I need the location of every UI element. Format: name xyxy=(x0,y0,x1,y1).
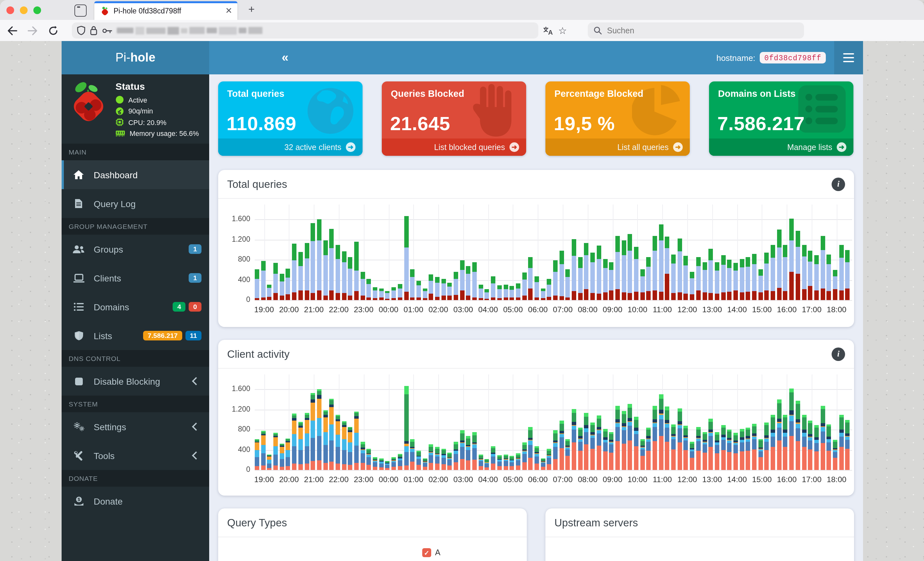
bar[interactable] xyxy=(566,439,570,470)
bookmark-star-icon[interactable]: ☆ xyxy=(558,25,567,35)
bar[interactable] xyxy=(330,398,334,470)
bar[interactable] xyxy=(273,263,278,301)
bar[interactable] xyxy=(441,278,446,301)
bar[interactable] xyxy=(317,219,321,301)
bar[interactable] xyxy=(597,416,601,470)
bar[interactable] xyxy=(702,262,707,301)
bar[interactable] xyxy=(820,236,825,301)
bar[interactable] xyxy=(777,399,782,470)
bar[interactable] xyxy=(771,415,775,470)
bar[interactable] xyxy=(721,256,725,301)
bar[interactable] xyxy=(783,245,788,301)
app-menu-icon[interactable] xyxy=(834,41,863,74)
browser-tab[interactable]: Pi-hole 0fd38cd798ff ✕ xyxy=(94,1,237,20)
bar[interactable] xyxy=(814,256,819,301)
bar[interactable] xyxy=(820,406,825,470)
bar[interactable] xyxy=(708,419,713,470)
tab-close-icon[interactable]: ✕ xyxy=(225,6,232,15)
bar[interactable] xyxy=(261,261,266,301)
info-icon[interactable]: i xyxy=(832,177,845,191)
bar[interactable] xyxy=(323,240,328,300)
bar[interactable] xyxy=(833,270,837,300)
bar[interactable] xyxy=(728,429,732,470)
bar[interactable] xyxy=(392,457,396,470)
bar[interactable] xyxy=(336,245,340,301)
bar[interactable] xyxy=(491,277,495,301)
bar[interactable] xyxy=(652,405,657,470)
search-bar[interactable] xyxy=(588,22,804,39)
bar[interactable] xyxy=(646,257,651,301)
bar[interactable] xyxy=(417,450,421,470)
sidebar-item-clients[interactable]: Clients1 xyxy=(62,263,209,292)
bar[interactable] xyxy=(547,449,552,470)
bar[interactable] xyxy=(572,239,576,301)
query-type-legend-item[interactable]: ✓ A xyxy=(422,548,441,557)
bar[interactable] xyxy=(814,425,819,470)
bar[interactable] xyxy=(578,257,583,301)
bar[interactable] xyxy=(796,230,800,300)
bar[interactable] xyxy=(435,277,440,300)
bar[interactable] xyxy=(584,413,589,470)
bar[interactable] xyxy=(541,288,545,301)
bar[interactable] xyxy=(566,269,570,301)
close-window-button[interactable] xyxy=(6,6,14,14)
bar[interactable] xyxy=(448,283,452,301)
bar[interactable] xyxy=(839,245,843,301)
bar[interactable] xyxy=(827,425,831,470)
bar[interactable] xyxy=(665,236,670,300)
bar[interactable] xyxy=(522,272,526,301)
bar[interactable] xyxy=(503,285,508,301)
new-tab-button[interactable]: + xyxy=(244,3,259,16)
bar[interactable] xyxy=(298,252,303,301)
bar[interactable] xyxy=(559,251,564,300)
sidebar-item-lists[interactable]: Lists7.586.21711 xyxy=(62,321,209,350)
bar[interactable] xyxy=(354,411,359,470)
bar[interactable] xyxy=(398,284,402,300)
bar[interactable] xyxy=(516,284,520,301)
bar[interactable] xyxy=(771,245,775,301)
bar[interactable] xyxy=(429,444,434,470)
bar[interactable] xyxy=(802,415,806,470)
bar[interactable] xyxy=(808,421,812,470)
zoom-window-button[interactable] xyxy=(33,6,41,14)
bar[interactable] xyxy=(342,421,346,470)
bar[interactable] xyxy=(267,455,272,470)
bar[interactable] xyxy=(802,245,806,301)
bar[interactable] xyxy=(485,289,489,301)
bar[interactable] xyxy=(678,238,682,301)
bar[interactable] xyxy=(640,269,645,301)
bar[interactable] xyxy=(734,263,738,301)
sidebar-item-groups[interactable]: Groups1 xyxy=(62,235,209,263)
bar[interactable] xyxy=(572,409,576,470)
bar[interactable] xyxy=(845,250,850,300)
bar[interactable] xyxy=(360,442,365,470)
bar[interactable] xyxy=(304,413,309,470)
bar[interactable] xyxy=(348,257,352,300)
bar[interactable] xyxy=(404,216,408,301)
bar[interactable] xyxy=(454,272,458,301)
key-icon[interactable] xyxy=(102,27,112,34)
info-icon[interactable]: i xyxy=(832,347,845,361)
bar[interactable] xyxy=(292,414,297,470)
bar[interactable] xyxy=(590,422,595,470)
bar[interactable] xyxy=(740,259,744,301)
bar[interactable] xyxy=(684,256,688,301)
sidebar-item-domains[interactable]: Domains40 xyxy=(62,292,209,321)
bar[interactable] xyxy=(734,433,738,470)
bar[interactable] xyxy=(621,411,626,470)
bar[interactable] xyxy=(255,269,259,301)
card-footer-link[interactable]: 32 active clients ➜ xyxy=(218,139,363,156)
bar[interactable] xyxy=(398,454,402,470)
bar[interactable] xyxy=(765,423,769,470)
bar[interactable] xyxy=(472,432,477,470)
bar[interactable] xyxy=(728,259,732,301)
bar[interactable] xyxy=(590,252,595,301)
bar[interactable] xyxy=(330,229,334,301)
bar[interactable] xyxy=(404,386,408,470)
bar[interactable] xyxy=(547,279,552,301)
bar[interactable] xyxy=(615,236,620,301)
bar[interactable] xyxy=(746,257,750,301)
bar[interactable] xyxy=(310,223,315,301)
bar[interactable] xyxy=(348,427,352,470)
sidebar-collapse-icon[interactable]: « xyxy=(282,41,288,74)
